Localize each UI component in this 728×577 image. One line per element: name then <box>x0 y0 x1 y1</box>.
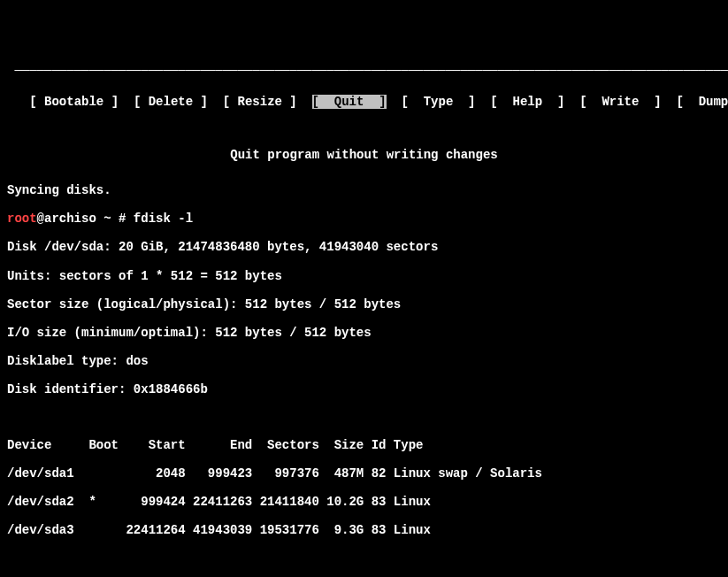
sync-disks: Syncing disks. <box>7 183 721 197</box>
menu-write[interactable]: [ Write ] <box>579 95 661 109</box>
ptable-header: Device Boot Start End Sectors Size Id Ty… <box>7 438 721 452</box>
disk-sda-header: Disk /dev/sda: 20 GiB, 21474836480 bytes… <box>7 240 721 254</box>
menu-dump[interactable]: [ Dump ] <box>676 95 728 109</box>
prompt-line-1[interactable]: root@archiso ~ # fdisk -l <box>7 212 721 226</box>
menu-bootable[interactable]: [ Bootable ] <box>29 95 119 109</box>
ptable-row: /dev/sda2 * 999424 22411263 21411840 10.… <box>7 495 721 509</box>
menu-resize[interactable]: [ Resize ] <box>223 95 297 109</box>
menu-quit[interactable]: [ Quit ] <box>312 95 387 109</box>
menu-help[interactable]: [ Help ] <box>490 95 564 109</box>
prompt-host: @archiso ~ # <box>37 212 134 226</box>
menu-type[interactable]: [ Type ] <box>401 95 475 109</box>
disk-sda-label: Disklabel type: dos <box>7 354 721 368</box>
menu-bar: [ Bootable ] [ Delete ] [ Resize ] [ Qui… <box>7 95 721 109</box>
cmd-fdisk: fdisk -l <box>134 212 193 226</box>
disk-sda-units: Units: sectors of 1 * 512 = 512 bytes <box>7 269 721 283</box>
disk-sda-sector: Sector size (logical/physical): 512 byte… <box>7 297 721 312</box>
menu-delete[interactable]: [ Delete ] <box>134 95 208 109</box>
ptable-row: /dev/sda3 22411264 41943039 19531776 9.3… <box>7 523 721 537</box>
disk-sda-io: I/O size (minimum/optimal): 512 bytes / … <box>7 326 721 340</box>
prompt-user: root <box>7 212 37 226</box>
menu-subtitle: Quit program without writing changes <box>7 148 721 162</box>
top-rule: ────────────────────────────────────────… <box>7 64 721 78</box>
ptable-row: /dev/sda1 2048 999423 997376 487M 82 Lin… <box>7 466 721 481</box>
disk-sda-ident: Disk identifier: 0x1884666b <box>7 382 721 396</box>
